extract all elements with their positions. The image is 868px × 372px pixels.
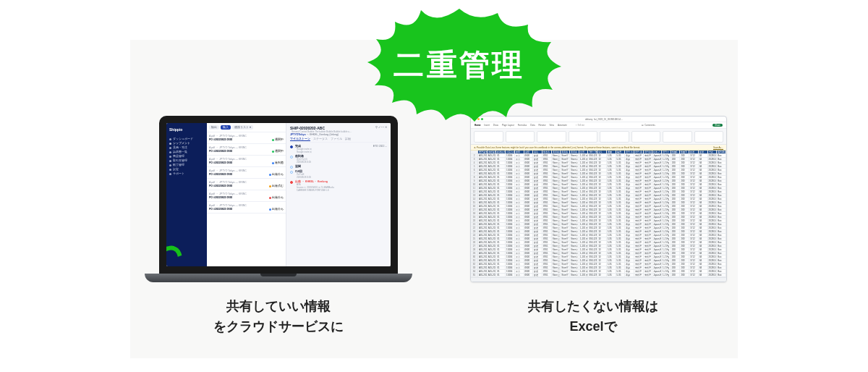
excel-mockup: delivery_list_2023_01_20230108114… HomeI… bbox=[470, 116, 727, 282]
caption-excel: 共有したくない情報は Excelで bbox=[459, 297, 727, 337]
sidebar-item[interactable]: サポート bbox=[169, 172, 204, 176]
share-button[interactable]: Share bbox=[712, 124, 723, 127]
timeline-item: CUI回OnTruE2023/3/28 3:29 bbox=[290, 170, 387, 179]
caption-cloud: 共有していい情報 をクラウドサービスに bbox=[145, 297, 412, 337]
list-top-filters: 輸出 輸入 連携リスト ▾ bbox=[207, 123, 286, 132]
comments-button[interactable]: ⊟ Comments bbox=[642, 124, 655, 127]
detail-route: JPTYOTokyo → KHKEL_Keelung (Jelong) bbox=[290, 133, 352, 136]
tab[interactable]: マイルストーン bbox=[290, 138, 310, 141]
shipment-detail: SHIP-02020202-ABC General Control Bubble… bbox=[286, 123, 391, 266]
filter-dropdown[interactable]: 連携リスト ▾ bbox=[232, 125, 253, 130]
list-item[interactable]: A.pdf ・ JPTYO Tokyo — KRINCPO #20220823 … bbox=[207, 202, 286, 214]
laptop-base bbox=[145, 274, 412, 282]
shipment-list: 輸出 輸入 連携リスト ▾ A.pdf ・ JPTYO Tokyo — KRIN… bbox=[207, 123, 286, 266]
list-item[interactable]: A.pdf ・ JPTYO Tokyo — KRINCPO #20220823 … bbox=[207, 144, 286, 156]
list-item[interactable]: A.pdf ・ JPTYO Tokyo — KRINCPO #20220823 … bbox=[207, 190, 286, 202]
timeline-item: 出港 ・ KHKEL・ KeelungATAInvoice 出 2020/04/… bbox=[290, 180, 387, 192]
timeline-item: 通関 bbox=[290, 165, 387, 169]
app-brand: Shippio bbox=[169, 127, 204, 132]
list-item[interactable]: A.pdf ・ JPTYO Tokyo — KRINCPO #20220823 … bbox=[207, 167, 286, 179]
list-item[interactable]: A.pdf ・ JPTYO Tokyo — KRINCPO #20220823 … bbox=[207, 156, 286, 167]
laptop-mockup: Shippio ダッシュボードシップメント見積・発注請求書一覧商品管理取引先管理… bbox=[145, 116, 412, 282]
laptop-frame: Shippio ダッシュボードシップメント見積・発注請求書一覧商品管理取引先管理… bbox=[159, 116, 398, 274]
list-item[interactable]: A.pdf ・ JPTYO Tokyo — KRINCPO #20220823 … bbox=[207, 132, 286, 144]
timeline-item: 港到着通関予定日2023/3/28 3:29 bbox=[290, 155, 387, 164]
filter-export[interactable]: 輸出 bbox=[209, 125, 219, 130]
timeline: 完成ETD 2022…Google invite 回Google invite … bbox=[290, 144, 387, 192]
table-header: 管理番号依頼番号ID配送区分出荷方式効率金額税込地名①商店②商店③商店④住所Te… bbox=[471, 151, 726, 154]
filter-import[interactable]: 輸入 bbox=[221, 125, 231, 130]
excel-warning-bar: ⚠ Possible Data Loss Some features might… bbox=[471, 145, 726, 151]
list-item[interactable]: A.pdf ・ JPTYO Tokyo — KRINCPO #20220823 … bbox=[207, 179, 286, 190]
save-as-link[interactable]: Save As… bbox=[713, 146, 723, 149]
brand-arc-icon bbox=[166, 240, 189, 266]
excel-statusbar bbox=[471, 277, 726, 282]
burst-callout: 二重管理 bbox=[311, 0, 608, 130]
detail-tabs: マイルストーンステータスファイル詳細 bbox=[290, 138, 387, 143]
app-sidebar: Shippio ダッシュボードシップメント見積・発注請求書一覧商品管理取引先管理… bbox=[166, 123, 207, 266]
excel-ribbon bbox=[471, 129, 726, 145]
burst-label: 二重管理 bbox=[311, 0, 608, 130]
app-main: 輸出 輸入 連携リスト ▾ A.pdf ・ JPTYO Tokyo — KRIN… bbox=[207, 123, 391, 266]
timeline-item: 完成ETD 2022…Google invite 回Google invite … bbox=[290, 145, 387, 153]
app-screenshot: Shippio ダッシュボードシップメント見積・発注請求書一覧商品管理取引先管理… bbox=[166, 123, 391, 266]
excel-grid: 管理番号依頼番号ID配送区分出荷方式効率金額税込地名①商店②商店③商店④住所Te… bbox=[471, 151, 726, 277]
tab[interactable]: ファイル bbox=[331, 138, 342, 141]
tab[interactable]: ステータス bbox=[313, 138, 328, 141]
tab[interactable]: 詳細 bbox=[345, 138, 351, 141]
